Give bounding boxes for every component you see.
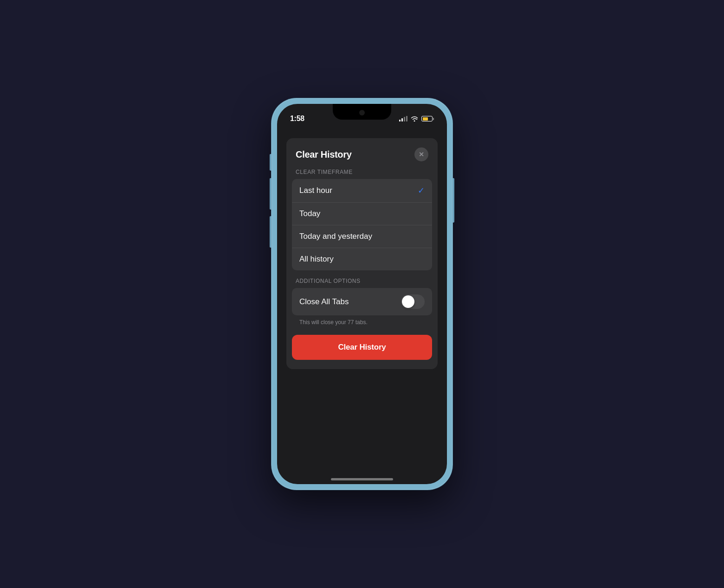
power-button[interactable] — [452, 178, 454, 223]
front-camera — [359, 110, 365, 115]
option-today-yesterday-label: Today and yesterday — [299, 232, 372, 241]
phone-screen: 1:58 — [277, 104, 447, 484]
volume-down-button[interactable] — [270, 216, 272, 248]
volume-up-button[interactable] — [270, 178, 272, 210]
close-all-tabs-row: Close All Tabs — [292, 288, 432, 315]
option-last-hour-label: Last hour — [299, 186, 332, 195]
option-all-history-label: All history — [299, 255, 334, 264]
close-button[interactable]: ✕ — [414, 147, 428, 161]
option-today[interactable]: Today — [292, 203, 432, 225]
battery-icon — [421, 116, 434, 121]
option-today-label: Today — [299, 209, 320, 218]
toggle-label: Close All Tabs — [299, 297, 349, 307]
modal-title: Clear History — [296, 149, 352, 160]
timeframe-options-list: Last hour ✓ Today Today and yesterday Al… — [292, 179, 432, 270]
wifi-icon — [411, 116, 418, 121]
additional-options-section: ADDITIONAL OPTIONS Close All Tabs This w… — [286, 278, 438, 333]
additional-section-label: ADDITIONAL OPTIONS — [286, 278, 438, 288]
option-all-history[interactable]: All history — [292, 248, 432, 270]
phone-frame: 1:58 — [272, 98, 452, 490]
mute-button[interactable] — [270, 154, 272, 171]
close-icon: ✕ — [419, 151, 424, 158]
status-icons — [399, 116, 434, 121]
notch — [333, 104, 391, 120]
signal-icon — [399, 116, 407, 121]
option-today-yesterday[interactable]: Today and yesterday — [292, 225, 432, 248]
close-tabs-toggle[interactable] — [401, 294, 425, 309]
clear-history-button[interactable]: Clear History — [292, 335, 432, 360]
toggle-knob — [402, 295, 414, 308]
home-indicator[interactable] — [331, 478, 393, 480]
option-last-hour[interactable]: Last hour ✓ — [292, 179, 432, 203]
toggle-hint: This will close your 77 tabs. — [286, 319, 438, 333]
timeframe-section-label: CLEAR TIMEFRAME — [286, 169, 438, 179]
clear-history-modal: Clear History ✕ CLEAR TIMEFRAME Last hou… — [286, 138, 438, 369]
screen-content: Clear History ✕ CLEAR TIMEFRAME Last hou… — [277, 127, 447, 484]
status-time: 1:58 — [290, 115, 304, 123]
clear-history-button-label: Clear History — [338, 343, 386, 352]
checkmark-icon: ✓ — [418, 185, 425, 196]
modal-header: Clear History ✕ — [286, 138, 438, 169]
